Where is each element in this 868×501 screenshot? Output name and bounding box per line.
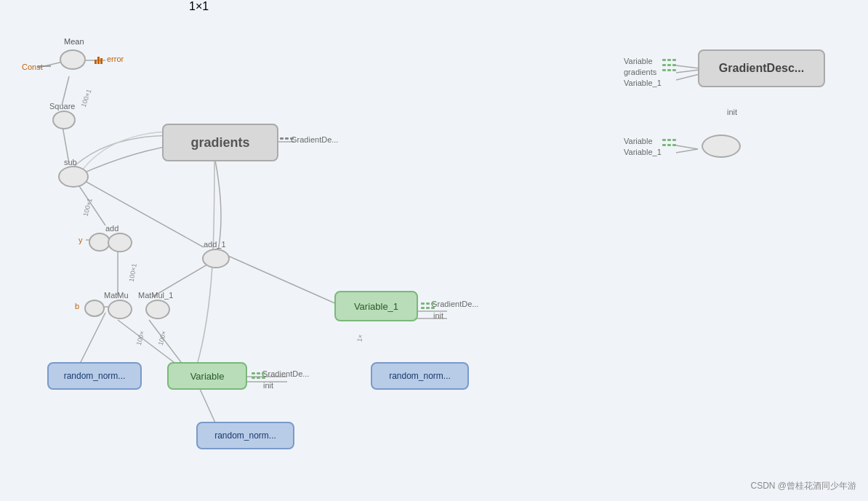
edge-label-1: 100×1: [80, 88, 93, 108]
random-norm-right[interactable]: random_norm...: [371, 362, 469, 390]
variable-gradient-label: GradientDe...: [262, 369, 309, 378]
mean-label: Mean: [64, 37, 84, 46]
error-node: error: [95, 54, 124, 64]
gradients-node[interactable]: gradients: [162, 124, 278, 161]
random-norm-left[interactable]: random_norm...: [47, 362, 142, 390]
y-label: y: [79, 236, 83, 244]
top-right-dots1: [662, 58, 676, 71]
add1-node[interactable]: [202, 249, 230, 268]
gradientde-label1: GradientDe...: [291, 135, 338, 144]
edge-label-7: 1×: [355, 334, 364, 342]
b-node[interactable]: [84, 300, 105, 317]
top-right-variable2-label: Variable: [624, 137, 653, 145]
variable1-gradient-dots: [420, 302, 435, 309]
top-right-variable-label: Variable: [624, 57, 653, 65]
variable1-node[interactable]: Variable_1: [334, 291, 418, 321]
top-right-variable1-2-label: Variable_1: [624, 148, 662, 156]
edge-label-4: 100×: [135, 330, 146, 346]
sub-node[interactable]: [58, 166, 89, 188]
matmul1-node[interactable]: [145, 300, 170, 319]
variable-node[interactable]: Variable: [167, 362, 247, 390]
variable1-gradient-label: GradientDe...: [431, 300, 478, 308]
top-right-dots2: [662, 138, 676, 146]
edge-label-6: 1×1: [189, 0, 209, 13]
watermark: CSDN @曾桂花酒同少年游: [750, 480, 856, 492]
error-label: error: [107, 55, 124, 63]
edge-label-3: 100×1: [128, 263, 138, 283]
mean-node[interactable]: [60, 49, 86, 70]
add-label: add: [105, 224, 118, 233]
random-norm-bottom[interactable]: random_norm...: [196, 422, 294, 449]
edge-label-2: 100×1: [82, 197, 94, 217]
const-connector: [38, 65, 52, 67]
top-right-gradients-label: gradients: [624, 68, 656, 76]
square-node[interactable]: [52, 111, 76, 129]
variable1-init-label: init: [433, 311, 443, 320]
variable-gradient-dots: [251, 372, 265, 379]
init-node-top-right[interactable]: [702, 135, 741, 158]
matmul1-label: MatMul_1: [138, 291, 173, 300]
gradient-desc-node[interactable]: GradientDesc...: [698, 49, 825, 87]
matmul-node[interactable]: [108, 300, 132, 319]
svg-line-23: [676, 149, 698, 153]
top-right-variable1-label: Variable_1: [624, 79, 662, 87]
top-right-init-label: init: [727, 108, 737, 116]
svg-line-22: [676, 145, 698, 149]
square-label: Square: [49, 102, 75, 111]
b-label: b: [75, 302, 79, 310]
edge-label-5: 100×: [157, 330, 168, 346]
add-node[interactable]: [108, 233, 132, 252]
add1-label: add_1: [204, 240, 226, 249]
svg-line-2: [62, 76, 69, 105]
matmul-label: MatMu: [104, 291, 129, 300]
gradients-dots1: [280, 137, 294, 140]
variable-init-label: init: [263, 381, 273, 390]
